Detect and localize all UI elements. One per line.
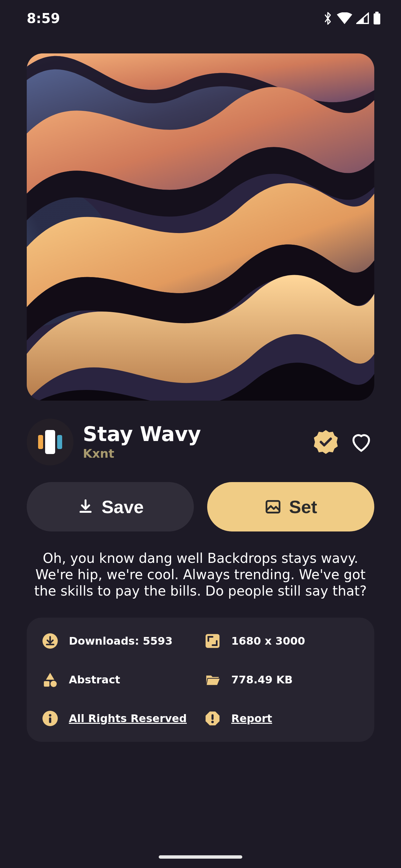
svg-rect-4 [45, 430, 55, 454]
svg-rect-1 [375, 12, 379, 13]
signal-icon [356, 12, 369, 24]
status-icons [323, 11, 381, 26]
report-icon [204, 710, 221, 727]
svg-rect-6 [57, 435, 62, 449]
resolution-icon [204, 632, 221, 650]
svg-point-16 [211, 720, 214, 723]
svg-point-13 [49, 714, 52, 716]
wallpaper-author[interactable]: Kxnt [83, 447, 304, 460]
download-icon [77, 498, 94, 516]
report-link[interactable]: Report [231, 712, 272, 725]
svg-rect-15 [211, 714, 213, 720]
info-report[interactable]: Report [204, 710, 360, 727]
svg-rect-11 [44, 681, 50, 687]
set-button-label: Set [289, 496, 317, 517]
svg-point-10 [51, 681, 57, 687]
status-time: 8:59 [27, 11, 60, 26]
svg-rect-7 [266, 501, 279, 513]
info-panel: Downloads: 5593 1680 x 3000 Abstract 778… [27, 618, 374, 742]
downloads-value: Downloads: 5593 [69, 634, 172, 647]
app-logo-icon [35, 427, 65, 457]
wallpaper-title: Stay Wavy [83, 424, 304, 445]
set-button[interactable]: Set [207, 482, 374, 531]
svg-rect-0 [374, 13, 380, 24]
category-value: Abstract [69, 673, 120, 686]
info-resolution: 1680 x 3000 [204, 632, 360, 650]
info-category[interactable]: Abstract [41, 671, 197, 688]
heart-icon [349, 430, 373, 454]
verified-badge-icon [313, 429, 339, 455]
battery-icon [373, 12, 381, 25]
image-icon [264, 498, 282, 516]
svg-rect-14 [49, 717, 52, 723]
info-filesize: 778.49 KB [204, 671, 360, 688]
bluetooth-icon [323, 11, 333, 26]
wallpaper-preview[interactable] [27, 54, 374, 401]
favorite-button[interactable] [348, 429, 374, 455]
gesture-bar[interactable] [159, 855, 242, 859]
save-button-label: Save [102, 496, 144, 517]
resolution-value: 1680 x 3000 [231, 634, 305, 647]
info-license[interactable]: All Rights Reserved [41, 710, 197, 727]
title-block: Stay Wavy Kxnt [83, 424, 304, 460]
info-icon [41, 710, 59, 727]
wifi-icon [337, 12, 352, 24]
title-row: Stay Wavy Kxnt [27, 418, 374, 465]
filesize-icon [204, 671, 221, 688]
info-downloads: Downloads: 5593 [41, 632, 197, 650]
license-link[interactable]: All Rights Reserved [69, 712, 187, 725]
filesize-value: 778.49 KB [231, 673, 293, 686]
svg-rect-5 [38, 435, 43, 449]
action-buttons: Save Set [27, 482, 374, 531]
category-icon [41, 671, 59, 688]
downloads-icon [41, 632, 59, 650]
status-bar: 8:59 [0, 0, 401, 37]
save-button[interactable]: Save [27, 482, 194, 531]
wallpaper-description: Oh, you know dang well Backdrops stays w… [23, 550, 378, 599]
author-avatar[interactable] [27, 418, 74, 465]
